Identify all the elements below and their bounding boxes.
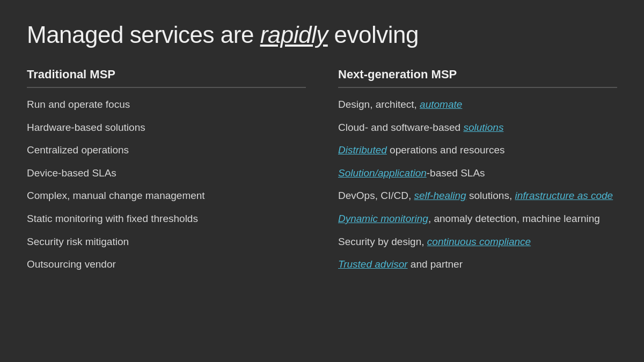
highlight-dynamic-monitoring: Dynamic monitoring [338,213,428,224]
list-item: Cloud- and software-based solutions [338,121,617,135]
highlight-distributed: Distributed [338,144,387,156]
list-item: Outsourcing vendor [27,257,306,272]
list-item: Hardware-based solutions [27,121,306,135]
nextgen-column: Next-generation MSP Design, architect, a… [338,68,617,341]
list-item: Trusted advisor and partner [338,257,617,272]
list-item: Static monitoring with fixed thresholds [27,212,306,226]
list-item: Complex, manual change management [27,189,306,203]
highlight-solution-app: Solution/application [338,167,427,179]
highlight-solutions: solutions [463,122,503,133]
title-prefix: Managed services are [27,21,260,48]
slide: Managed services are rapidly evolving Tr… [0,0,644,362]
traditional-column: Traditional MSP Run and operate focus Ha… [27,68,306,341]
nextgen-header: Next-generation MSP [338,68,617,82]
highlight-iac: infrastructure as code [515,190,613,201]
list-item: Dynamic monitoring, anomaly detection, m… [338,212,617,226]
traditional-divider [27,87,306,88]
title-highlight: rapidly [260,21,328,48]
traditional-header: Traditional MSP [27,68,306,82]
list-item: Distributed operations and resources [338,143,617,158]
slide-title: Managed services are rapidly evolving [27,21,617,48]
highlight-continuous-compliance: continuous compliance [427,236,531,247]
list-item: Device-based SLAs [27,166,306,181]
list-item: Security by design, continuous complianc… [338,235,617,249]
list-item: Run and operate focus [27,98,306,112]
title-suffix: evolving [328,21,419,48]
highlight-trusted-advisor: Trusted advisor [338,258,408,270]
columns-container: Traditional MSP Run and operate focus Ha… [27,68,617,341]
nextgen-divider [338,87,617,88]
list-item: Security risk mitigation [27,235,306,249]
list-item: DevOps, CI/CD, self-healing solutions, i… [338,189,617,203]
highlight-automate: automate [420,99,462,110]
list-item: Solution/application-based SLAs [338,166,617,181]
list-item: Design, architect, automate [338,98,617,112]
highlight-self-healing: self-healing [414,190,466,201]
list-item: Centralized operations [27,143,306,158]
